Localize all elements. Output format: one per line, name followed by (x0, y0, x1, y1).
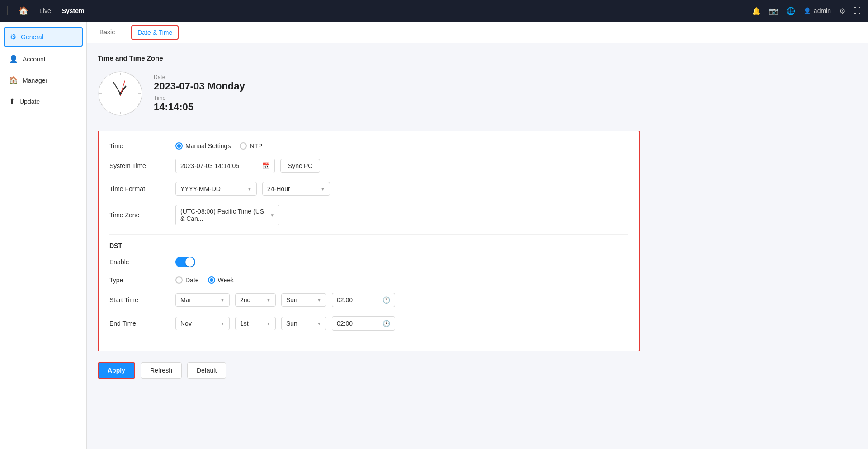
chevron-down-icon6: ▼ (317, 298, 321, 303)
sidebar-label-general: General (21, 33, 43, 41)
start-time-row: Start Time Mar ▼ 2nd ▼ Sun ▼ (109, 293, 628, 307)
system-time-value: 2023-07-03 14:14:05 (180, 162, 239, 169)
time-zone-label: Time Zone (109, 211, 168, 219)
dst-toggle[interactable] (175, 257, 195, 267)
svg-point-12 (109, 75, 110, 76)
start-month-select[interactable]: Mar ▼ (175, 293, 230, 307)
time-zone-controls: (UTC-08:00) Pacific Time (US & Can... ▼ (175, 205, 628, 225)
time-format-row: Time Format YYYY-MM-DD ▼ 24-Hour ▼ (109, 182, 628, 196)
radio-ntp-label: NTP (250, 142, 262, 150)
start-day-select[interactable]: Sun ▼ (281, 293, 326, 307)
svg-point-11 (101, 82, 103, 84)
end-day-select[interactable]: Sun ▼ (281, 317, 326, 330)
tab-datetime[interactable]: Date & Time (131, 25, 179, 40)
nav-live[interactable]: Live (39, 7, 51, 14)
end-time-input[interactable]: 02:00 🕐 (332, 316, 395, 331)
end-month-select[interactable]: Nov ▼ (175, 317, 230, 330)
radio-date[interactable]: Date (175, 276, 199, 284)
time-radio-group: Manual Settings NTP (175, 142, 628, 150)
system-time-input[interactable]: 2023-07-03 14:14:05 📅 (175, 159, 275, 173)
navbar-right: 🔔 📷 🌐 👤 admin ⚙ ⛶ (752, 7, 861, 15)
time-format-label: Time Format (109, 185, 168, 192)
hour-format-value: 24-Hour (267, 185, 290, 192)
radio-week[interactable]: Week (208, 276, 234, 284)
navbar: 🏠 Live System 🔔 📷 🌐 👤 admin ⚙ ⛶ (0, 0, 868, 22)
date-format-value: YYYY-MM-DD (180, 185, 221, 192)
settings-icon[interactable]: ⚙ (839, 7, 845, 15)
dst-type-label: Type (109, 276, 168, 284)
end-week-select[interactable]: 1st ▼ (235, 317, 276, 330)
chevron-down-icon: ▼ (247, 187, 252, 192)
home-icon[interactable]: 🏠 (19, 6, 28, 16)
button-row: Apply Refresh Default (98, 362, 857, 379)
radio-ntp[interactable]: NTP (240, 142, 262, 150)
time-zone-row: Time Zone (UTC-08:00) Pacific Time (US &… (109, 205, 628, 225)
start-time-controls: Mar ▼ 2nd ▼ Sun ▼ 02:00 (175, 293, 628, 307)
end-time-row: End Time Nov ▼ 1st ▼ Sun ▼ (109, 316, 628, 331)
system-time-label: System Time (109, 162, 168, 169)
page-content: Time and Time Zone (87, 43, 868, 389)
apply-button[interactable]: Apply (98, 362, 135, 379)
time-row: Time Manual Settings NTP (109, 142, 628, 150)
default-button[interactable]: Default (187, 362, 226, 379)
dst-title: DST (109, 242, 628, 249)
end-week-value: 1st (240, 320, 249, 327)
hour-format-select[interactable]: 24-Hour ▼ (262, 182, 330, 196)
camera-icon[interactable]: 📷 (769, 7, 778, 15)
dst-enable-row: Enable (109, 257, 628, 267)
section-title: Time and Time Zone (98, 54, 857, 62)
time-format-controls: YYYY-MM-DD ▼ 24-Hour ▼ (175, 182, 628, 196)
sidebar-item-general[interactable]: ⚙ General (4, 27, 83, 47)
end-time-value: 02:00 (337, 320, 353, 327)
svg-point-10 (101, 104, 103, 105)
main-layout: ⚙ General 👤 Account 🏠 Manager ⬆ Update B… (0, 22, 868, 449)
bell-icon[interactable]: 🔔 (752, 7, 761, 15)
radio-week-circle (208, 276, 215, 284)
svg-point-7 (138, 104, 140, 105)
dst-enable-controls (175, 257, 628, 267)
update-icon: ⬆ (9, 97, 15, 106)
start-month-value: Mar (180, 296, 191, 304)
radio-date-label: Date (185, 276, 199, 284)
tab-basic[interactable]: Basic (98, 22, 117, 43)
fullscreen-icon[interactable]: ⛶ (854, 7, 861, 15)
date-info: Date 2023-07-03 Monday Time 14:14:05 (154, 74, 245, 113)
manager-icon: 🏠 (9, 76, 18, 84)
sidebar-label-account: Account (23, 56, 46, 63)
chevron-down-icon8: ▼ (266, 321, 271, 326)
start-day-value: Sun (286, 296, 297, 304)
nav-system[interactable]: System (62, 7, 85, 14)
chevron-down-icon2: ▼ (321, 187, 325, 192)
sidebar-item-manager[interactable]: 🏠 Manager (0, 70, 86, 91)
svg-point-8 (131, 112, 132, 113)
radio-week-label: Week (218, 276, 234, 284)
divider (109, 234, 628, 235)
radio-manual[interactable]: Manual Settings (175, 142, 231, 150)
dst-type-row: Type Date Week (109, 276, 628, 284)
clock-date-row: Date 2023-07-03 Monday Time 14:14:05 (98, 71, 857, 116)
end-time-label: End Time (109, 320, 168, 327)
end-day-value: Sun (286, 320, 297, 327)
sidebar-item-update[interactable]: ⬆ Update (0, 91, 86, 112)
date-format-select[interactable]: YYYY-MM-DD ▼ (175, 182, 257, 196)
svg-point-5 (131, 75, 132, 76)
sidebar-label-manager: Manager (23, 77, 47, 84)
admin-menu[interactable]: 👤 admin (803, 7, 831, 14)
chevron-down-icon5: ▼ (266, 298, 271, 303)
time-value: 14:14:05 (154, 101, 245, 113)
clock-display (98, 71, 143, 116)
radio-ntp-circle (240, 142, 247, 150)
chevron-down-icon9: ▼ (317, 321, 321, 326)
start-time-input[interactable]: 02:00 🕐 (332, 293, 395, 307)
globe-icon[interactable]: 🌐 (786, 7, 795, 15)
settings-panel: Time Manual Settings NTP (98, 131, 640, 351)
start-week-select[interactable]: 2nd ▼ (235, 293, 276, 307)
dst-type-radios: Date Week (175, 276, 234, 284)
time-type-radios: Manual Settings NTP (175, 142, 262, 150)
sidebar-item-account[interactable]: 👤 Account (0, 48, 86, 70)
refresh-button[interactable]: Refresh (141, 362, 182, 379)
timezone-select[interactable]: (UTC-08:00) Pacific Time (US & Can... ▼ (175, 205, 279, 225)
time-field-label: Time (109, 142, 168, 150)
chevron-down-icon4: ▼ (220, 298, 225, 303)
sync-pc-button[interactable]: Sync PC (280, 159, 320, 173)
